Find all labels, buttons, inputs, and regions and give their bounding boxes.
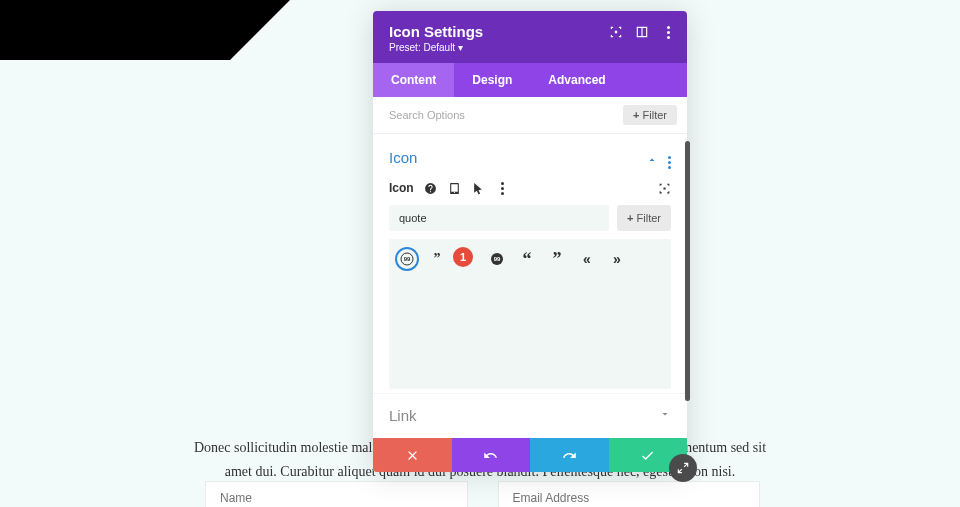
icon-quote-badge[interactable]: 1 xyxy=(457,249,477,269)
icon-picker: 99 ” 1 99 “ ” « » xyxy=(389,239,671,389)
collapse-icon[interactable] xyxy=(646,152,658,164)
svg-point-0 xyxy=(401,253,413,265)
cancel-button[interactable] xyxy=(373,438,452,472)
icon-section-title: Icon xyxy=(389,149,417,166)
tabs: Content Design Advanced xyxy=(373,63,687,97)
preset-selector[interactable]: Preset: Default ▾ xyxy=(389,42,671,53)
contact-form xyxy=(205,481,760,507)
icon-quote-circle[interactable]: 99 xyxy=(397,249,417,269)
hover-icon[interactable] xyxy=(472,181,486,195)
svg-text:99: 99 xyxy=(494,256,501,262)
dynamic-content-icon[interactable] xyxy=(657,181,671,195)
search-options-row: Search Options +Filter xyxy=(373,97,687,134)
icon-quote-right-solid[interactable]: 99 xyxy=(487,249,507,269)
icon-field-label: Icon xyxy=(389,181,414,195)
section-more-icon[interactable] xyxy=(668,146,671,169)
link-section[interactable]: Link xyxy=(373,393,687,438)
search-filter-button[interactable]: +Filter xyxy=(623,105,677,125)
name-input[interactable] xyxy=(205,481,468,507)
tablet-icon[interactable] xyxy=(448,181,462,195)
link-section-title: Link xyxy=(389,407,417,424)
icon-angle-left-double[interactable]: « xyxy=(577,249,597,269)
tab-content[interactable]: Content xyxy=(373,63,454,97)
tab-design[interactable]: Design xyxy=(454,63,530,97)
icon-settings-panel: Icon Settings Preset: Default ▾ Content … xyxy=(373,11,687,472)
redo-button[interactable] xyxy=(530,438,609,472)
resize-handle[interactable] xyxy=(669,454,697,482)
icon-field-row: Icon xyxy=(389,181,671,195)
selection-badge: 1 xyxy=(453,247,473,267)
panel-layout-icon[interactable] xyxy=(635,25,649,39)
more-icon[interactable] xyxy=(661,25,675,39)
page-header-shape xyxy=(0,0,230,60)
icon-quote-right-light[interactable]: ” xyxy=(427,249,447,269)
icon-quote-right-bold[interactable]: ” xyxy=(547,249,567,269)
help-icon[interactable] xyxy=(424,181,438,195)
svg-text:99: 99 xyxy=(404,256,411,262)
undo-button[interactable] xyxy=(452,438,531,472)
email-input[interactable] xyxy=(498,481,761,507)
icon-quote-left-bold[interactable]: “ xyxy=(517,249,537,269)
chevron-down-icon xyxy=(659,406,671,424)
icon-search-input[interactable] xyxy=(389,205,609,231)
panel-footer xyxy=(373,438,687,472)
search-options-input[interactable]: Search Options xyxy=(383,109,623,121)
icon-filter-button[interactable]: +Filter xyxy=(617,205,671,231)
panel-header: Icon Settings Preset: Default ▾ xyxy=(373,11,687,63)
focus-icon[interactable] xyxy=(609,25,623,39)
field-more-icon[interactable] xyxy=(496,181,510,195)
tab-advanced[interactable]: Advanced xyxy=(530,63,623,97)
icon-section: Icon Icon +Filter 99 ” 1 xyxy=(373,134,687,393)
icon-angle-right-double[interactable]: » xyxy=(607,249,627,269)
